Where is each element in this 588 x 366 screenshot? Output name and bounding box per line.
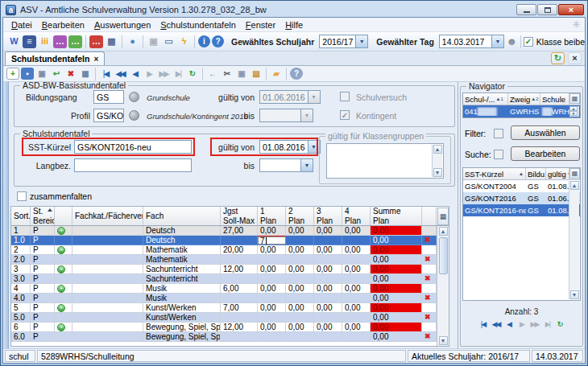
nav-prev-icon[interactable]: ◀ (503, 319, 515, 330)
klassengruppen-scrollbar[interactable]: ▲ ▼ (432, 145, 442, 177)
profil-field[interactable]: GS/KO (93, 109, 124, 122)
scroll-down-icon[interactable]: ▼ (570, 290, 579, 299)
save-icon[interactable]: ▪ (21, 68, 34, 80)
nav-fast-back-icon[interactable]: ◀◀ (491, 319, 502, 330)
bearbeiten-button[interactable]: Bearbeiten (511, 146, 580, 161)
new-record-icon[interactable]: + (6, 68, 19, 80)
delete-row-icon[interactable] (424, 333, 431, 340)
table-row[interactable]: 6.0PBewegung, Spiel, Sport0,00 (11, 332, 437, 342)
table-row[interactable]: 3PSachunterricht12,000,000,000,000,000,0… (11, 265, 437, 274)
sst-gueltig-von-combobox[interactable]: 01.08.2016 (259, 140, 321, 154)
table-row[interactable]: 5.0PKunst/Werken0,00 (11, 313, 437, 323)
paste-icon[interactable]: ▤ (250, 68, 263, 80)
table-row[interactable]: 3.0PSachunterricht0,00 (11, 274, 437, 284)
table-row[interactable]: 5PKunst/Werken7,000,000,000,000,000,00 (11, 303, 437, 313)
table-row[interactable]: 1PDeutsch27,000,000,000,000,000,00 (11, 226, 437, 236)
pupils-icon[interactable]: iii (38, 35, 52, 48)
students-icon[interactable]: W (7, 35, 21, 48)
column-header-icons[interactable] (55, 207, 72, 225)
cut-icon[interactable]: ✂ (221, 68, 234, 80)
nav-fast-forward-icon[interactable]: ▶▶ (529, 319, 540, 330)
close-pane-icon[interactable]: × (568, 52, 582, 64)
school-col-header[interactable]: Schul-/...▲1 (463, 93, 508, 105)
school-list-spinner[interactable]: ▲▼ (569, 106, 579, 117)
nav-next-icon[interactable]: ▶ (516, 319, 528, 330)
sst-bis-combobox[interactable] (259, 158, 313, 172)
delete-row-icon[interactable] (424, 294, 431, 302)
chevron-down-icon[interactable] (301, 158, 313, 172)
window-remove-icon[interactable]: ▭ (162, 35, 176, 48)
lightning-icon[interactable]: ϟ (177, 35, 191, 48)
splitter-bar[interactable] (3, 82, 9, 348)
nav-last-icon[interactable]: ▶| (542, 319, 553, 330)
table-row[interactable]: 6PBewegung, Spiel, Sport12,000,000,000,0… (11, 323, 437, 332)
column-header-sort-[interactable]: Sort. (11, 207, 31, 225)
person-icon[interactable] (506, 35, 518, 47)
sst-col-header[interactable]: Bildu... (526, 168, 546, 179)
bildungsgang-field[interactable]: GS (93, 90, 124, 104)
fast-back-icon[interactable]: ◀◀ (114, 68, 126, 80)
basis-gueltig-von-combobox[interactable]: 01.06.2016 (259, 90, 321, 104)
delete-row-icon[interactable] (424, 256, 431, 263)
fast-forward-icon[interactable]: ▶▶ (157, 68, 170, 80)
table-row[interactable]: 1.0PDeutsch70,00 (11, 236, 437, 245)
list-config-icon[interactable] (569, 168, 580, 179)
school-row[interactable]: 041████GWRHS██WRHS (463, 105, 580, 117)
auswaehlen-button[interactable]: Auswählen (511, 125, 580, 140)
column-header-fachkat-fächerverb-[interactable]: Fachkat./Fächerverb. (72, 207, 143, 225)
scroll-up-icon[interactable]: ▲ (570, 181, 579, 190)
sst-kuerzel-field[interactable]: GS/KONT2016-neu (74, 140, 192, 154)
copy-pages-disabled-icon[interactable]: ▣ (147, 35, 160, 48)
minimize-button[interactable] (516, 4, 536, 15)
kontingent-checkbox[interactable] (340, 110, 350, 120)
plan-edit-input[interactable]: 7 (258, 236, 286, 245)
langbez-field[interactable] (74, 158, 192, 172)
schulversuch-checkbox[interactable] (340, 92, 350, 101)
back-arrow-icon[interactable]: ← (206, 68, 219, 80)
help-icon[interactable]: ? (212, 35, 224, 47)
school-col-header[interactable]: Schule (540, 93, 569, 105)
school-col-header[interactable]: Zweig▲2 (508, 93, 540, 105)
table-row[interactable]: 4.0PMusik0,00 (11, 294, 437, 303)
expand-subject-icon[interactable] (57, 227, 65, 235)
copy-icon[interactable]: ▣ (235, 68, 248, 80)
first-record-icon[interactable]: |◀ (99, 68, 112, 80)
table-scrollbar[interactable]: ▲ ▼ (437, 226, 449, 346)
menu-datei[interactable]: Datei (6, 19, 37, 31)
class-register-icon[interactable]: ≡ (23, 35, 36, 48)
close-button[interactable] (558, 4, 584, 15)
table-settings-icon[interactable]: ▦ (79, 68, 92, 80)
folder-icon[interactable]: ▰ (270, 68, 283, 80)
basis-bis-combobox[interactable] (259, 109, 313, 122)
column-header-jgst[interactable]: JgstSoll-Max (221, 207, 258, 225)
copy-record-icon[interactable]: ▣ (35, 68, 48, 80)
prev-record-icon[interactable]: ◀ (128, 68, 141, 80)
expand-subject-icon[interactable] (57, 265, 65, 273)
chat-bubbles-icon[interactable]: … (53, 35, 67, 48)
klassengruppen-list[interactable]: ▲ ▼ (326, 143, 444, 179)
column-header-4[interactable]: 4Plan (342, 207, 371, 225)
module-help-icon[interactable]: ? (290, 68, 303, 80)
column-header-st-[interactable]: St.Bereich (31, 207, 55, 225)
column-header-fach[interactable]: Fach (143, 207, 221, 225)
tab-close-icon[interactable] (93, 55, 98, 64)
nav-refresh-icon[interactable]: ↻ (555, 319, 566, 330)
table-row[interactable]: 2PMathematik20,000,000,000,000,000,00 (11, 245, 437, 255)
sst-row[interactable]: GS/KONT2016GS01.06.20... (463, 192, 580, 204)
menu-auswertungen[interactable]: Auswertungen (89, 19, 155, 31)
refresh-records-icon[interactable]: ↻ (186, 68, 199, 80)
sst-list-scrollbar[interactable]: ▲ ▼ (569, 181, 579, 299)
table-config-icon[interactable] (437, 208, 449, 225)
scroll-down-icon[interactable]: ▼ (439, 336, 448, 345)
maximize-button[interactable] (537, 4, 557, 15)
chevron-down-icon[interactable] (356, 35, 368, 48)
undo-icon[interactable]: ↩ (50, 68, 63, 80)
scroll-up-icon[interactable]: ▲ (433, 145, 442, 154)
menu-fenster[interactable]: Fenster (241, 19, 280, 31)
table-row[interactable]: 2.0PMathematik0,00 (11, 255, 437, 265)
menu-bearbeiten[interactable]: Bearbeiten (37, 19, 89, 31)
column-header-summe[interactable]: SummePlan (371, 207, 422, 225)
info-icon[interactable]: i (198, 35, 210, 47)
globe-icon[interactable]: ● (126, 35, 139, 48)
chevron-down-icon[interactable] (492, 35, 504, 48)
